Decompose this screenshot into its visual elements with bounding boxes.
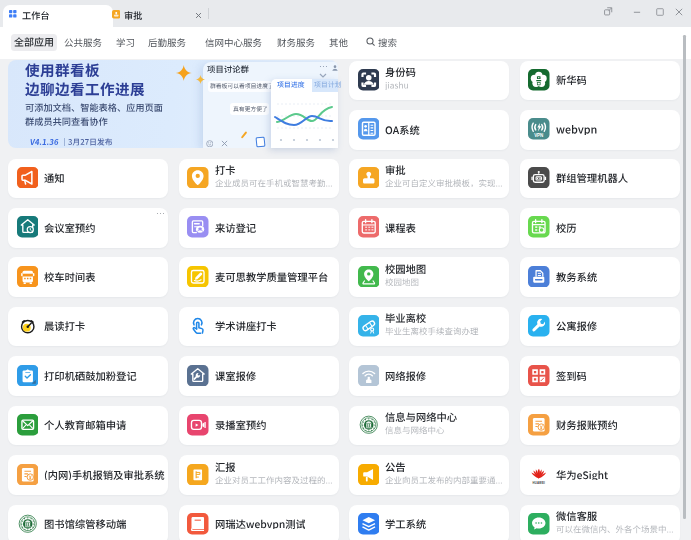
svg-text:HUAWEI: HUAWEI xyxy=(533,480,546,484)
svg-text:VPN: VPN xyxy=(535,133,544,138)
